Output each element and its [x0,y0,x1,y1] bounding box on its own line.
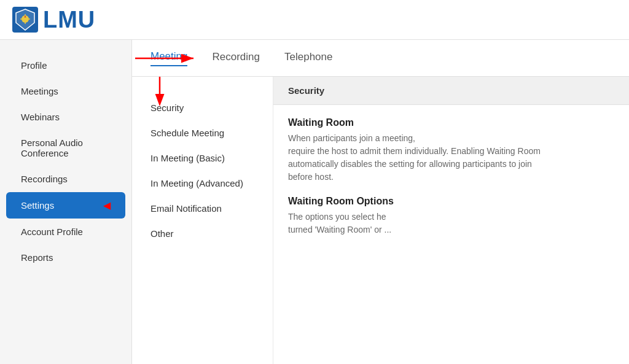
sidebar-item-profile[interactable]: Profile [6,53,125,78]
tabs-bar: Meeting Recording Telephone [132,40,629,77]
content-area: Meeting Recording Telephone Security Sc [132,40,629,364]
waiting-room-text-line4: before host. [288,172,334,182]
sidebar-item-settings[interactable]: Settings ◀ [6,192,125,219]
sidebar-item-account-profile[interactable]: Account Profile [6,219,125,244]
sidebar-item-recordings[interactable]: Recordings [6,166,125,192]
waiting-room-text: When participants join a meeting, requir… [288,132,614,184]
arrow-to-meeting [132,45,203,72]
lmu-shield-icon [12,7,38,33]
sidebar-item-personal-audio[interactable]: Personal Audio Conference [6,130,125,166]
app-header: LMU [0,0,629,40]
waiting-room-section: Waiting Room When participants join a me… [288,117,614,184]
sidebar-settings-label: Settings [21,200,54,211]
logo-label: LMU [43,7,95,33]
arrow-to-security [138,77,175,107]
right-panel: Security Waiting Room When participants … [273,77,629,364]
settings-nav-in-meeting-advanced[interactable]: In Meeting (Advanced) [132,171,273,196]
waiting-room-text-line1: When participants join a meeting, [288,133,415,143]
waiting-room-options-text: The options you select he turned 'Waitin… [288,211,614,236]
sidebar-item-reports[interactable]: Reports [6,245,125,270]
settings-nav-in-meeting-basic[interactable]: In Meeting (Basic) [132,145,273,171]
waiting-room-options-text-line2: turned 'Waiting Room' or ... [288,225,391,234]
sidebar-arrow-indicator: ◀ [103,199,111,211]
settings-nav-other[interactable]: Other [132,221,273,246]
sidebar-item-webinars[interactable]: Webinars [6,104,125,130]
right-panel-content: Waiting Room When participants join a me… [273,105,629,261]
waiting-room-options-section: Waiting Room Options The options you sel… [288,196,614,236]
settings-nav-schedule-meeting[interactable]: Schedule Meeting [132,120,273,145]
logo-area: LMU [12,7,95,33]
main-layout: Profile Meetings Webinars Personal Audio… [0,40,629,364]
waiting-room-text-line3: automatically disables the setting for a… [288,159,532,169]
sidebar: Profile Meetings Webinars Personal Audio… [0,40,132,364]
settings-area: Security Schedule Meeting In Meeting (Ba… [132,77,629,364]
sidebar-item-meetings[interactable]: Meetings [6,79,125,104]
waiting-room-text-line2: require the host to admit them individua… [288,146,541,156]
waiting-room-options-title: Waiting Room Options [288,196,614,207]
right-panel-header: Security [273,77,629,105]
waiting-room-title: Waiting Room [288,117,614,128]
tab-telephone[interactable]: Telephone [284,51,332,66]
tab-recording[interactable]: Recording [212,51,260,66]
settings-nav: Security Schedule Meeting In Meeting (Ba… [132,77,273,364]
settings-nav-email-notification[interactable]: Email Notification [132,196,273,221]
waiting-room-options-text-line1: The options you select he [288,212,386,222]
